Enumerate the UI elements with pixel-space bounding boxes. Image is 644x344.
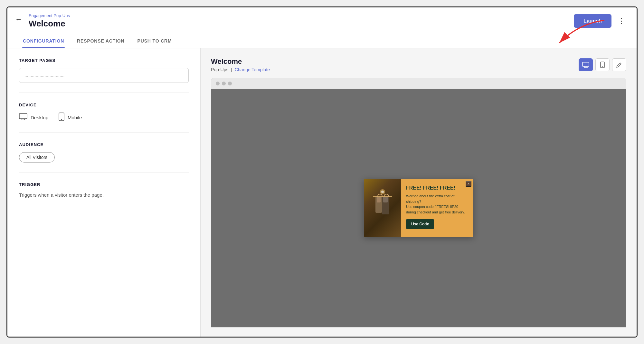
device-option-desktop[interactable]: Desktop: [19, 113, 48, 122]
popup-image: [364, 179, 401, 237]
popup-body: × FREE! FREE! FREE! Worried about the ex…: [401, 179, 473, 237]
device-mobile-label: Mobile: [68, 115, 82, 120]
edit-button[interactable]: [612, 58, 626, 71]
browser-content: × FREE! FREE! FREE! Worried about the ex…: [211, 89, 626, 327]
popup-heading: FREE! FREE! FREE!: [406, 185, 469, 191]
back-button[interactable]: ←: [13, 15, 24, 24]
preview-type: Pop-Ups: [211, 67, 228, 72]
preview-header: Welcome Pop-Ups | Change Template: [211, 57, 626, 72]
clothes-rack-svg: [370, 187, 395, 229]
popup-body2: Use coupon code #FREESHIP20 during check…: [406, 205, 465, 214]
popup-content: FREE! FREE! FREE! Worried about the extr…: [406, 183, 469, 229]
popup-cta-button[interactable]: Use Code: [406, 219, 434, 229]
popup-text: Worried about the extra cost of shipping…: [406, 193, 469, 215]
device-option-mobile[interactable]: Mobile: [59, 113, 82, 123]
trigger-section: TRIGGER Triggers when a visitor enters t…: [19, 182, 189, 198]
device-label: DEVICE: [19, 103, 189, 107]
svg-point-19: [381, 191, 384, 193]
target-pages-section: TARGET PAGES: [19, 58, 189, 83]
mobile-view-button[interactable]: [595, 58, 610, 71]
preview-actions: [579, 58, 626, 71]
preview-subtitle: Pop-Ups | Change Template: [211, 67, 270, 72]
svg-rect-15: [377, 197, 381, 202]
popup-body1: Worried about the extra cost of shipping…: [406, 194, 454, 203]
svg-point-6: [61, 119, 62, 120]
desktop-icon: [19, 113, 27, 122]
popup-preview: × FREE! FREE! FREE! Worried about the ex…: [364, 179, 473, 237]
preview-title: Welcome: [211, 57, 270, 66]
page-title: Welcome: [29, 19, 70, 29]
audience-section: AUDIENCE All Visitors: [19, 142, 189, 162]
divider-1: [19, 93, 189, 93]
tab-response-action[interactable]: RESPONSE ACTION: [71, 33, 131, 48]
header-titles: Engagement Pop-Ups Welcome: [29, 13, 70, 29]
left-panel: TARGET PAGES DEVICE: [7, 48, 201, 337]
header-left: ← Engagement Pop-Ups Welcome: [13, 13, 70, 29]
svg-rect-7: [582, 62, 589, 66]
right-panel: Welcome Pop-Ups | Change Template: [201, 48, 637, 337]
more-options-button[interactable]: ⋮: [615, 15, 628, 26]
target-pages-input[interactable]: [19, 68, 189, 83]
header: ← Engagement Pop-Ups Welcome Launch ⋮: [7, 7, 637, 33]
divider-3: [19, 172, 189, 172]
audience-label: AUDIENCE: [19, 142, 189, 147]
popup-image-inner: [364, 179, 401, 237]
browser-bar: [211, 78, 626, 89]
desktop-view-button[interactable]: [579, 58, 593, 71]
change-template-link[interactable]: Change Template: [235, 67, 270, 72]
browser-dot-1: [216, 82, 220, 85]
svg-point-12: [602, 66, 603, 67]
launch-button[interactable]: Launch: [574, 14, 611, 28]
target-pages-label: TARGET PAGES: [19, 58, 189, 63]
browser-dot-2: [222, 82, 226, 85]
tab-configuration[interactable]: CONFIGURATION: [16, 33, 71, 48]
trigger-description: Triggers when a visitor enters the page.: [19, 192, 189, 198]
svg-rect-1: [19, 113, 27, 119]
trigger-label: TRIGGER: [19, 182, 189, 187]
tab-push-to-crm[interactable]: PUSH TO CRM: [131, 33, 178, 48]
device-desktop-label: Desktop: [31, 115, 48, 120]
device-section: DEVICE Desktop: [19, 103, 189, 123]
preview-title-block: Welcome Pop-Ups | Change Template: [211, 57, 270, 72]
breadcrumb: Engagement Pop-Ups: [29, 13, 70, 18]
device-row: Desktop Mobile: [19, 113, 189, 123]
browser-dot-3: [228, 82, 232, 85]
divider-2: [19, 132, 189, 133]
main-content: TARGET PAGES DEVICE: [7, 48, 637, 337]
svg-rect-17: [383, 197, 388, 202]
app-frame: ← Engagement Pop-Ups Welcome Launch ⋮ CO…: [6, 6, 638, 338]
browser-mockup: × FREE! FREE! FREE! Worried about the ex…: [211, 78, 626, 328]
popup-close-button[interactable]: ×: [466, 181, 471, 187]
mobile-icon: [59, 113, 64, 123]
audience-badge[interactable]: All Visitors: [19, 152, 55, 162]
header-right: Launch ⋮: [574, 14, 628, 28]
tabs-bar: CONFIGURATION RESPONSE ACTION PUSH TO CR…: [7, 33, 637, 48]
